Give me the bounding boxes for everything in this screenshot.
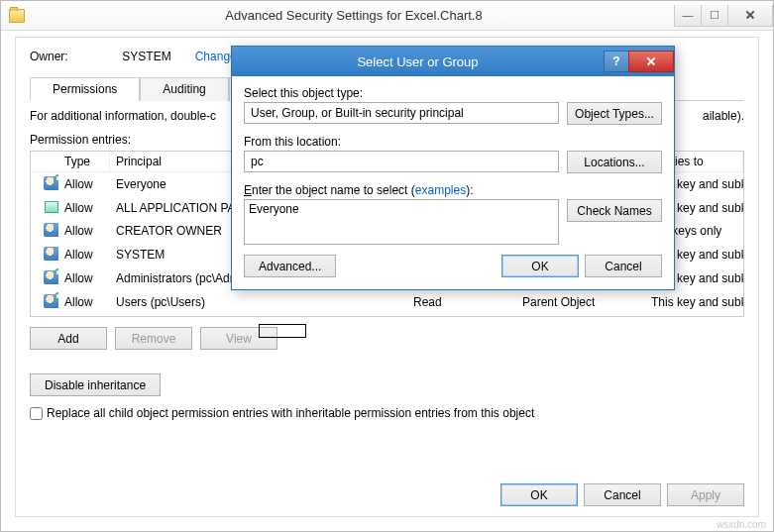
- view-button: View: [200, 327, 277, 350]
- examples-link[interactable]: examples: [415, 183, 466, 197]
- minimize-button[interactable]: —: [674, 5, 702, 27]
- tab-permissions[interactable]: Permissions: [30, 77, 140, 101]
- window-controls: — ☐: [675, 5, 773, 27]
- table-button-row: Add Remove View: [30, 327, 744, 350]
- replace-children-checkbox[interactable]: [30, 407, 43, 420]
- principal-icon: [43, 293, 58, 309]
- cell-type: Allow: [58, 223, 110, 239]
- main-ok-button[interactable]: OK: [500, 483, 578, 506]
- replace-children-row: Replace all child object permission entr…: [30, 406, 744, 420]
- principal-icon: [43, 269, 58, 285]
- principal-icon: [43, 222, 58, 238]
- folder-icon: [9, 9, 25, 23]
- add-button[interactable]: Add: [30, 327, 107, 350]
- object-name-label: Enter the object name to select (example…: [244, 183, 662, 197]
- object-type-field[interactable]: [244, 102, 559, 124]
- dialog-ok-button[interactable]: OK: [501, 255, 579, 277]
- cell-type: Allow: [58, 270, 110, 286]
- principal-icon: [43, 175, 58, 191]
- tab-auditing[interactable]: Auditing: [140, 77, 228, 101]
- select-user-dialog: Select User or Group ? Select this objec…: [231, 46, 675, 290]
- main-cancel-button[interactable]: Cancel: [584, 483, 661, 506]
- col-type[interactable]: Type: [58, 152, 110, 171]
- locations-button[interactable]: Locations...: [567, 151, 662, 173]
- dialog-close-button[interactable]: [628, 51, 674, 72]
- main-apply-button: Apply: [667, 483, 744, 506]
- dialog-help-button[interactable]: ?: [604, 51, 629, 72]
- owner-label: Owner:: [30, 50, 119, 63]
- principal-icon: [43, 199, 58, 215]
- advanced-button[interactable]: Advanced...: [244, 255, 336, 277]
- location-label: From this location:: [244, 135, 662, 149]
- table-row[interactable]: AllowUsers (pc\Users)ReadParent ObjectTh…: [31, 290, 743, 314]
- cell-type: Allow: [58, 247, 110, 263]
- dialog-cancel-button[interactable]: Cancel: [585, 255, 662, 277]
- maximize-button[interactable]: ☐: [701, 5, 728, 27]
- remove-button: Remove: [115, 327, 192, 350]
- cell-type: Allow: [58, 294, 110, 310]
- main-title: Advanced Security Settings for Excel.Cha…: [33, 8, 675, 23]
- dialog-bottom-row: Advanced... OK Cancel: [244, 255, 662, 277]
- dialog-title: Select User or Group: [232, 54, 604, 69]
- cell-access: Read: [407, 294, 516, 310]
- object-name-field[interactable]: [244, 199, 559, 245]
- close-icon: [646, 56, 656, 66]
- cell-applies: This key and subkeys: [645, 294, 743, 310]
- close-button[interactable]: [727, 5, 773, 27]
- close-icon: [745, 10, 755, 20]
- location-field[interactable]: [244, 151, 559, 172]
- dialog-body: Select this object type: Object Types...…: [232, 76, 674, 289]
- disable-inheritance-button[interactable]: Disable inheritance: [30, 373, 161, 396]
- main-titlebar: Advanced Security Settings for Excel.Cha…: [1, 1, 773, 31]
- cell-type: Allow: [58, 176, 110, 192]
- check-names-button[interactable]: Check Names: [567, 199, 662, 222]
- replace-children-label: Replace all child object permission entr…: [47, 406, 534, 420]
- owner-value: SYSTEM: [122, 50, 191, 63]
- cell-principal: Users (pc\Users): [110, 294, 407, 310]
- dialog-titlebar: Select User or Group ?: [232, 47, 674, 76]
- object-types-button[interactable]: Object Types...: [567, 102, 662, 125]
- cell-inherited: Parent Object: [516, 294, 645, 310]
- object-type-label: Select this object type:: [244, 86, 662, 100]
- info-text-left: For additional information, double-c: [30, 109, 216, 123]
- main-bottom-buttons: OK Cancel Apply: [500, 483, 744, 506]
- info-text-right: ailable).: [703, 109, 744, 123]
- cell-type: Allow: [58, 200, 110, 216]
- source-watermark: wsxdn.com: [717, 519, 766, 530]
- principal-icon: [43, 246, 58, 262]
